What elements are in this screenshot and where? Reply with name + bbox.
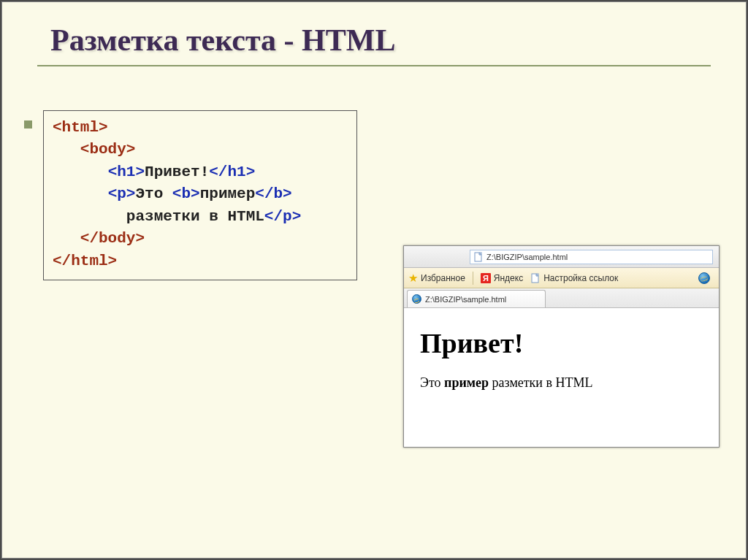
code-tag-b-close: </b> (255, 185, 291, 202)
ie-logo-icon (698, 272, 710, 284)
para-part-b: пример (444, 375, 489, 390)
code-tag-h1-close: </h1> (209, 164, 255, 180)
favorites-label: Избранное (421, 273, 465, 283)
page-paragraph: Это пример разметки в HTML (420, 375, 704, 391)
code-text-primer: пример (200, 185, 256, 202)
code-text-hello: Привет! (145, 164, 209, 180)
para-part-c: разметки в HTML (489, 375, 592, 390)
code-text-razm: разметки в HTML (126, 208, 264, 225)
code-tag-html-close: </html> (53, 253, 117, 269)
page-heading: Привет! (420, 327, 704, 359)
yandex-icon: Я (481, 273, 491, 283)
settings-link[interactable]: Настройка ссылок (530, 273, 618, 283)
para-part-a: Это (420, 375, 444, 390)
address-bar-row: Z:\BIGZIP\sample.html (404, 246, 719, 268)
star-icon: ★ (408, 272, 418, 285)
yandex-link[interactable]: Я Яндекс (481, 273, 523, 283)
tab-strip: Z:\BIGZIP\sample.html (404, 288, 719, 308)
rendered-page: Привет! Это пример разметки в HTML (404, 308, 719, 447)
ie-logo-icon (412, 294, 421, 304)
bullet-icon (24, 120, 32, 129)
tab-title: Z:\BIGZIP\sample.html (425, 295, 506, 304)
page-icon (473, 252, 484, 262)
code-tag-body-open: <body> (80, 141, 136, 158)
address-text: Z:\BIGZIP\sample.html (486, 253, 568, 261)
yandex-label: Яндекс (494, 273, 523, 283)
code-tag-b-open: <b> (172, 185, 200, 202)
code-tag-p-open: <p> (108, 185, 136, 202)
code-tag-body-close: </body> (80, 230, 145, 247)
separator-icon (473, 272, 473, 285)
code-block: <html> <body> <h1>Привет!</h1> <p>Это <b… (43, 110, 357, 280)
slide-title: Разметка текста - HTML (37, 23, 711, 66)
slide: Разметка текста - HTML <html> <body> <h1… (1, 1, 747, 559)
address-bar[interactable]: Z:\BIGZIP\sample.html (470, 250, 713, 264)
browser-tab[interactable]: Z:\BIGZIP\sample.html (407, 290, 546, 307)
code-tag-p-close: </p> (264, 208, 301, 225)
code-tag-html-open: <html> (53, 119, 108, 136)
favorites-bar: ★ Избранное Я Яндекс Настройка ссылок (404, 268, 719, 288)
browser-window: Z:\BIGZIP\sample.html ★ Избранное Я Янде… (403, 245, 720, 448)
page-icon (530, 273, 541, 283)
favorites-button[interactable]: ★ Избранное (408, 272, 465, 285)
code-text-eto: Это (135, 185, 172, 202)
code-tag-h1-open: <h1> (108, 164, 145, 180)
settings-link-label: Настройка ссылок (543, 273, 618, 283)
